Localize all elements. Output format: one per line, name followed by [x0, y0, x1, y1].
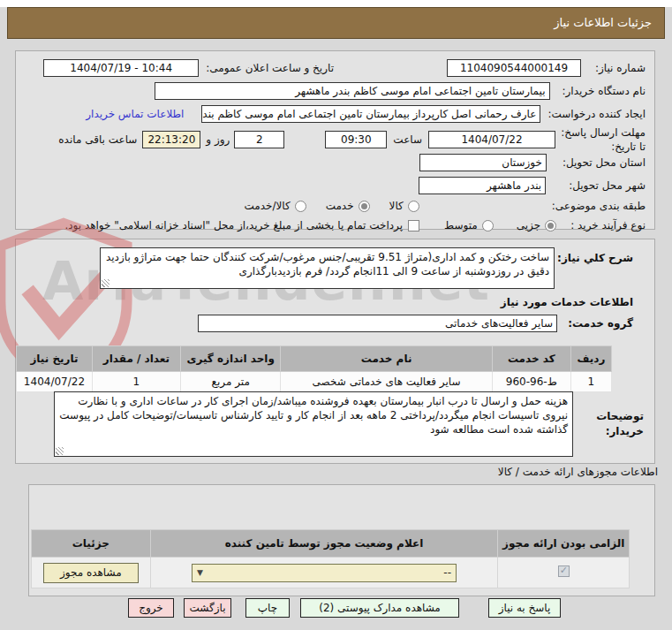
permits-table-row: -- ▼ مشاهده مجوز [32, 558, 630, 588]
print-button[interactable]: چاپ [245, 598, 290, 618]
general-info-panel: شماره نیاز: 1104090544000149 تاریخ و ساع… [15, 50, 655, 230]
category-option-goods-service-label: کالا/خدمت [244, 200, 290, 212]
col-need-date: تاریخ نیاز [17, 346, 93, 372]
view-attachments-button[interactable]: مشاهده مدارک پیوستی (2) [300, 598, 459, 618]
services-section-title: اطلاعات خدمات مورد نیاز [501, 296, 633, 308]
page-title: جزئیات اطلاعات نیاز [7, 7, 665, 39]
treasury-docs-checkbox[interactable] [408, 220, 419, 232]
buyer-org-row: نام دستگاه خریدار: بیمارستان تامین اجتما… [21, 81, 646, 101]
province-field[interactable]: خوزستان [419, 154, 547, 171]
category-radio-goods-service[interactable] [295, 201, 306, 212]
buyer-notes-label: توضیحات خریدار: [571, 409, 644, 439]
purchase-type-medium-label: متوسط [444, 219, 478, 232]
province-label: استان محل تحویل: [563, 156, 646, 169]
announce-datetime-label: تاریخ و ساعت اعلان عمومی: [206, 62, 334, 74]
services-table: ردیف کد خدمت نام خدمت واحد اندازه گیری ت… [16, 345, 612, 392]
footer-buttons: پاسخ به نیاز مشاهده مدارک پیوستی (2) چاپ… [0, 598, 672, 618]
need-description-textarea[interactable]: ساخت رختکن و کمد اداری(متراژ 9.51 تقریبی… [100, 247, 555, 289]
cell-row-number: 1 [570, 372, 611, 392]
deadline-hour-field[interactable]: 09:30 [325, 131, 387, 148]
category-radio-service[interactable] [359, 201, 370, 212]
request-creator-field[interactable]: عارف رحمانی اصل کارپرداز بیمارستان تامین… [201, 105, 540, 123]
province-row: استان محل تحویل: خوزستان [21, 153, 646, 172]
deadline-row: مهلت ارسال پاسخ: تا تاریخ: 1404/07/22 سا… [21, 122, 646, 157]
cell-service-name: سایر فعالیت های خدماتی شخصی [281, 372, 492, 392]
buyer-org-field[interactable]: بیمارستان تامین اجتماعی امام موسی کاظم ب… [155, 82, 550, 100]
remaining-time-label: ساعت باقی مانده [58, 133, 137, 146]
service-group-label: گروه خدمت: [568, 317, 633, 330]
cell-permit-required [498, 558, 630, 588]
cell-permit-details: مشاهده مجوز [32, 558, 151, 588]
service-group-field[interactable]: سایر فعالیت‌های خدماتی [198, 315, 557, 332]
services-table-row: 1 ط-96-960 سایر فعالیت های خدماتی شخصی م… [17, 372, 612, 392]
col-permit-status: اعلام وضعیت مجوز توسط تامین کننده [150, 530, 498, 558]
top-strip [0, 0, 672, 7]
permits-table: الزامی بودن ارائه مجوز اعلام وضعیت مجوز … [31, 529, 630, 588]
deadline-label: مهلت ارسال پاسخ: تا تاریخ: [561, 125, 646, 154]
respond-to-need-button[interactable]: پاسخ به نیاز [488, 598, 561, 618]
col-unit: واحد اندازه گیری [180, 346, 280, 372]
purchase-type-radio-medium[interactable] [482, 220, 494, 232]
resize-grip-icon[interactable] [56, 447, 64, 455]
cell-permit-status: -- ▼ [150, 558, 498, 588]
col-service-code: کد خدمت [492, 346, 570, 372]
deadline-date-field[interactable]: 1404/07/22 [428, 131, 555, 148]
buyer-contact-link[interactable]: اطلاعات تماس خریدار [86, 108, 184, 120]
request-creator-row: ایجاد کننده درخواست: عارف رحمانی اصل کار… [21, 104, 646, 124]
need-number-field[interactable]: 1104090544000149 [447, 59, 581, 77]
permit-status-dropdown[interactable]: -- ▼ [192, 564, 457, 582]
city-row: شهر محل تحویل: بندر ماهشهر [21, 176, 646, 195]
permits-panel: الزامی بودن ارائه مجوز اعلام وضعیت مجوز … [28, 484, 655, 596]
treasury-docs-label: پرداخت تمام یا بخشی از مبلغ خرید،از محل … [64, 219, 403, 232]
col-permit-details: جزئیات [32, 530, 151, 558]
purchase-type-label: نوع فرآیند خرید : [570, 219, 646, 232]
services-panel: شرح کلي نیاز: ساخت رختکن و کمد اداری(متر… [15, 239, 655, 464]
buyer-notes-text: هزینه حمل و ارسال تا درب انبار بیمارستان… [59, 395, 568, 436]
need-description-label: شرح کلي نیاز: [557, 252, 633, 264]
exit-button[interactable]: خروج [128, 598, 174, 618]
permits-section-title: اطلاعات مجوزهای ارائه خدمت / کالا [498, 466, 658, 478]
cell-need-date: 1404/07/22 [17, 372, 93, 392]
col-quantity: تعداد / مقدار [92, 346, 180, 372]
back-button[interactable]: بازگشت [184, 598, 231, 618]
city-field[interactable]: بندر ماهشهر [419, 177, 546, 194]
need-details-page: جزئیات اطلاعات نیاز شماره نیاز: 11040905… [0, 0, 672, 630]
category-radio-goods[interactable] [408, 201, 419, 212]
category-option-goods-label: کالا [389, 200, 404, 212]
buyer-notes-textarea[interactable]: هزینه حمل و ارسال تا درب انبار بیمارستان… [54, 391, 573, 457]
purchase-type-radio-minor[interactable] [545, 220, 556, 232]
permits-table-header-row: الزامی بودن ارائه مجوز اعلام وضعیت مجوز … [32, 530, 630, 558]
cell-quantity: 1 [92, 372, 180, 392]
purchase-type-minor-label: جزیی [517, 219, 540, 232]
chevron-down-icon: ▼ [197, 568, 203, 577]
permit-status-value: -- [443, 566, 451, 579]
deadline-hour-label: ساعت [393, 133, 422, 146]
remaining-time-field: 22:13:20 [142, 131, 200, 148]
category-row: طبقه بندی موضوعی: کالا خدمت کالا/خدمت [21, 197, 646, 215]
col-row-number: ردیف [570, 346, 611, 372]
announce-datetime-field[interactable]: 1404/07/19 - 10:44 [43, 59, 199, 77]
need-description-text: ساخت رختکن و کمد اداری(متراژ 9.51 تقریبی… [106, 251, 549, 277]
deadline-days-field[interactable]: 2 [234, 131, 284, 148]
cell-unit: متر مربع [180, 372, 280, 392]
col-permit-required: الزامی بودن ارائه مجوز [498, 530, 630, 558]
category-option-service-label: خدمت [326, 200, 354, 212]
services-table-header-row: ردیف کد خدمت نام خدمت واحد اندازه گیری ت… [17, 346, 612, 372]
col-service-name: نام خدمت [281, 346, 492, 372]
buyer-org-label: نام دستگاه خریدار: [563, 85, 646, 97]
category-label: طبقه بندی موضوعی: [552, 200, 646, 212]
cell-service-code: ط-96-960 [492, 372, 570, 392]
need-number-label: شماره نیاز: [595, 62, 646, 74]
need-number-row: شماره نیاز: 1104090544000149 تاریخ و ساع… [21, 58, 646, 78]
permit-required-checkbox[interactable] [558, 565, 570, 577]
city-label: شهر محل تحویل: [569, 179, 646, 192]
deadline-days-label: روز و [206, 133, 230, 146]
request-creator-label: ایجاد کننده درخواست: [547, 108, 646, 120]
resize-grip-icon[interactable] [102, 279, 109, 287]
purchase-type-row: نوع فرآیند خرید : جزیی متوسط پرداخت تمام… [21, 216, 646, 234]
view-permit-button[interactable]: مشاهده مجوز [43, 563, 139, 583]
